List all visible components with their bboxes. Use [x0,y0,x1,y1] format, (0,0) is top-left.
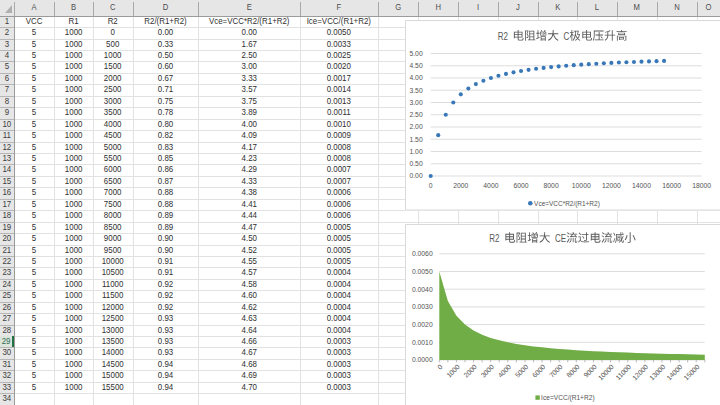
svg-text:0.0030: 0.0030 [412,303,433,310]
svg-text:1.00: 1.00 [409,148,422,155]
svg-text:2000: 2000 [453,182,468,189]
svg-text:0.0020: 0.0020 [412,321,433,328]
svg-text:12000: 12000 [602,182,621,189]
svg-text:4000: 4000 [483,182,498,189]
svg-text:4.50: 4.50 [409,62,422,69]
svg-text:0.50: 0.50 [409,160,422,167]
svg-text:6000: 6000 [513,182,528,189]
svg-text:16000: 16000 [662,182,681,189]
svg-text:8000: 8000 [544,182,559,189]
svg-text:C: C [563,31,569,42]
svg-text:2.00: 2.00 [409,123,422,130]
svg-text:0.0000: 0.0000 [412,356,433,363]
svg-text:3.50: 3.50 [409,87,422,94]
svg-text:2.50: 2.50 [409,111,422,118]
svg-text:14000: 14000 [632,182,651,189]
svg-text:R2: R2 [489,232,500,243]
svg-text:0: 0 [429,182,433,189]
svg-text:10000: 10000 [572,182,591,189]
svg-text:0.0010: 0.0010 [412,338,433,345]
svg-text:5.00: 5.00 [409,50,422,57]
svg-text:1.50: 1.50 [409,136,422,143]
svg-text:R2: R2 [498,31,509,42]
svg-text:4.00: 4.00 [409,74,422,81]
svg-text:18000: 18000 [692,182,711,189]
svg-text:Ice=VCC/(R1+R2): Ice=VCC/(R1+R2) [541,393,595,401]
svg-text:0.0050: 0.0050 [412,267,433,274]
svg-text:0.00: 0.00 [409,172,422,179]
svg-text:3.00: 3.00 [409,99,422,106]
svg-text:CE: CE [555,232,566,243]
svg-text:0.0040: 0.0040 [412,285,433,292]
svg-text:Vce=VCC*R2/(R1+R2): Vce=VCC*R2/(R1+R2) [534,200,600,208]
svg-text:0.0060: 0.0060 [412,250,433,257]
